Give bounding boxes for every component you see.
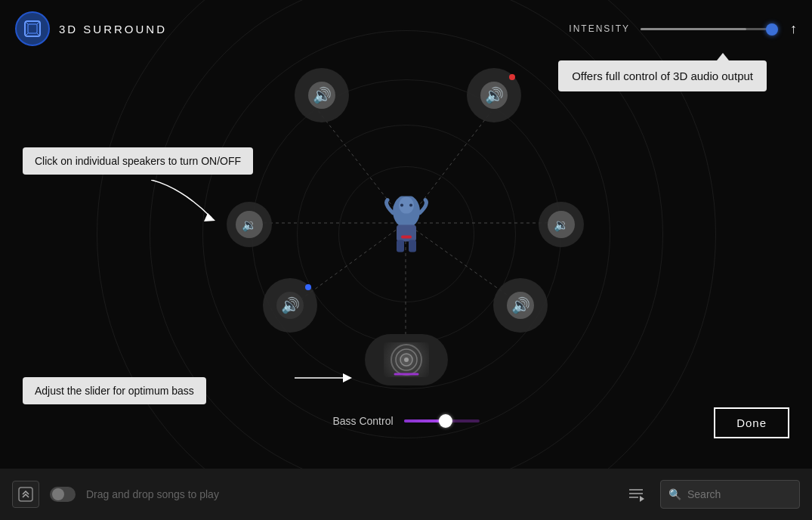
- speaker-bottom-left[interactable]: 🔊: [263, 278, 317, 333]
- tooltip-speakers-onoff: Click on individual speakers to turn ON/…: [23, 147, 253, 175]
- header: 3D SURROUND INTENSITY ↑: [15, 11, 797, 46]
- subwoofer-icon: [384, 342, 429, 377]
- done-button[interactable]: Done: [714, 407, 789, 438]
- intensity-slider[interactable]: [641, 28, 776, 30]
- center-character: [380, 197, 433, 260]
- bass-control-label: Bass Control: [332, 415, 393, 427]
- speaker-mid-right[interactable]: 🔉: [539, 202, 584, 247]
- intensity-area: INTENSITY ↑: [569, 21, 797, 37]
- search-input[interactable]: [687, 488, 792, 500]
- svg-marker-14: [343, 373, 352, 382]
- tooltip-3d-audio: Offers full control of 3D audio output: [558, 60, 767, 91]
- app-title: 3D SURROUND: [59, 23, 167, 36]
- speaker-bottom-left-icon: 🔊: [276, 292, 304, 319]
- bass-speaker-icon: [384, 342, 429, 377]
- speaker-bottom-right[interactable]: 🔊: [493, 278, 548, 333]
- search-icon: 🔍: [668, 488, 681, 500]
- speaker-top-right[interactable]: 🔊: [467, 68, 521, 122]
- svg-point-22: [409, 204, 412, 207]
- taskbar: Drag and drop songs to play 🔍: [0, 469, 812, 520]
- intensity-arrow-icon: ↑: [790, 21, 797, 37]
- intensity-thumb[interactable]: [766, 23, 778, 36]
- speaker-top-right-icon: 🔊: [480, 82, 508, 109]
- tooltip-bass-slider: Adjust the slider for optimum bass: [23, 377, 206, 404]
- svg-point-21: [400, 204, 403, 207]
- playlist-toggle-thumb: [52, 488, 64, 500]
- bass-control-row: Bass Control: [332, 415, 479, 427]
- svg-rect-20: [401, 236, 412, 239]
- app-logo-icon: [15, 11, 50, 46]
- tooltip-left-arrow-icon: [151, 180, 227, 225]
- svg-rect-18: [397, 240, 404, 252]
- playlist-icon-button[interactable]: [622, 481, 650, 508]
- intensity-label: INTENSITY: [569, 23, 630, 34]
- speaker-top-left-icon: 🔊: [308, 82, 335, 109]
- svg-marker-13: [204, 213, 215, 221]
- tooltip-bottom-arrow-icon: [295, 363, 370, 393]
- svg-rect-19: [409, 240, 416, 252]
- svg-point-26: [404, 358, 409, 362]
- search-box[interactable]: 🔍: [660, 480, 800, 509]
- character-figure-icon: [380, 197, 433, 257]
- speaker-mid-left[interactable]: 🔉: [227, 202, 272, 247]
- playlist-toggle[interactable]: [50, 487, 76, 502]
- speaker-active-indicator: [509, 74, 515, 80]
- speaker-mid-right-icon: 🔉: [548, 211, 575, 238]
- 3d-surround-icon: [22, 18, 43, 39]
- speaker-bottom-right-icon: 🔊: [507, 292, 534, 319]
- svg-rect-8: [28, 24, 37, 33]
- drag-drop-label: Drag and drop songs to play: [86, 488, 612, 500]
- speaker-active-blue-indicator: [305, 284, 311, 290]
- bass-speaker[interactable]: [365, 334, 448, 385]
- svg-marker-32: [640, 496, 644, 502]
- taskbar-logo-icon: [17, 486, 34, 503]
- speaker-mid-left-icon: 🔉: [236, 211, 263, 238]
- main-area: 3D SURROUND INTENSITY ↑ Offers full cont…: [0, 0, 812, 469]
- taskbar-logo: [12, 481, 39, 508]
- bass-slider[interactable]: [404, 419, 480, 422]
- playlist-icon: [627, 485, 645, 503]
- svg-rect-17: [397, 225, 416, 242]
- bass-slider-thumb[interactable]: [439, 414, 452, 428]
- logo-area: 3D SURROUND: [15, 11, 167, 46]
- speaker-top-left[interactable]: 🔊: [295, 68, 349, 122]
